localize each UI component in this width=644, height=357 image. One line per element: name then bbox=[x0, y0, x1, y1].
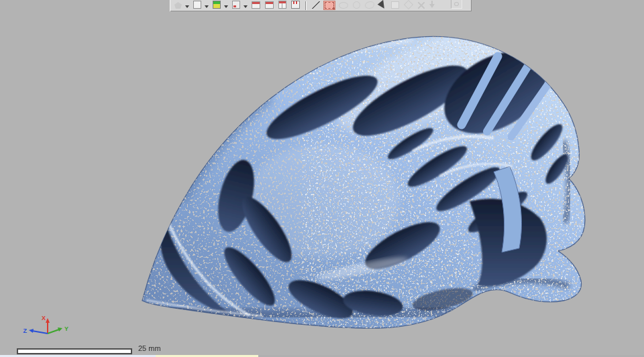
region-tool-dropdown[interactable] bbox=[244, 5, 248, 8]
3d-viewport[interactable]: X Y Z 25 mm bbox=[0, 0, 644, 357]
axis-x: X bbox=[42, 315, 50, 334]
axis-y-label: Y bbox=[64, 325, 68, 332]
shaded-box-tool-icon[interactable] bbox=[211, 0, 222, 10]
align-front-tool-icon[interactable] bbox=[250, 0, 262, 10]
axis-z: Z bbox=[23, 327, 48, 334]
clear-selection-tool-icon[interactable] bbox=[417, 1, 426, 10]
line-select-tool-icon[interactable] bbox=[311, 0, 321, 10]
align-front-tool-glyph bbox=[252, 1, 260, 9]
helmet-model[interactable] bbox=[0, 0, 644, 357]
diamond-select-tool-icon[interactable] bbox=[402, 0, 415, 10]
axis-x-label: X bbox=[42, 315, 46, 321]
circle-select-tool-glyph bbox=[353, 1, 360, 9]
box-tool-icon[interactable] bbox=[192, 0, 203, 10]
ellipse-select-tool-icon[interactable] bbox=[337, 1, 350, 10]
save-tool-icon[interactable] bbox=[290, 0, 301, 10]
region-tool-icon[interactable] bbox=[231, 0, 241, 10]
pick-tool-icon[interactable] bbox=[378, 0, 388, 10]
shaded-box-tool-dropdown[interactable] bbox=[224, 5, 228, 8]
clear-selection-tool-glyph bbox=[418, 2, 425, 9]
box-tool-glyph bbox=[193, 1, 201, 9]
region-tool-glyph bbox=[232, 1, 240, 9]
axis-triad: X Y Z bbox=[5, 314, 79, 348]
expand-selection-tool-icon[interactable] bbox=[428, 0, 437, 10]
ellipse-select-tool-glyph bbox=[339, 2, 348, 9]
scale-bar-label: 25 mm bbox=[138, 344, 161, 352]
pick-tool-glyph bbox=[378, 0, 388, 10]
polygon-tool-icon[interactable] bbox=[173, 1, 183, 10]
polygon-tool-glyph bbox=[174, 2, 182, 9]
toolbar-separator bbox=[305, 1, 307, 10]
visibility-tool-icon[interactable] bbox=[449, 0, 464, 10]
diamond-select-tool-glyph bbox=[404, 0, 413, 9]
edit-region-tool-glyph bbox=[391, 1, 399, 9]
axis-y: Y bbox=[48, 325, 68, 334]
pages-tool-icon[interactable] bbox=[277, 0, 288, 10]
align-back-tool-glyph bbox=[265, 1, 274, 9]
align-back-tool-icon[interactable] bbox=[264, 0, 275, 10]
lasso-select-tool-glyph bbox=[365, 1, 374, 9]
circle-select-tool-icon[interactable] bbox=[352, 0, 362, 10]
rectangle-select-tool-icon[interactable] bbox=[323, 1, 335, 10]
toolbar bbox=[170, 0, 472, 11]
visibility-tool-glyph bbox=[451, 0, 462, 9]
edit-region-tool-icon[interactable] bbox=[390, 0, 400, 10]
application-window: X Y Z 25 mm bbox=[0, 0, 644, 357]
scale-bar bbox=[17, 348, 132, 354]
lasso-select-tool-icon[interactable] bbox=[364, 0, 376, 10]
pages-tool-glyph bbox=[278, 1, 286, 9]
line-select-tool-glyph bbox=[312, 1, 320, 9]
box-tool-dropdown[interactable] bbox=[205, 5, 209, 8]
rectangle-select-tool-glyph bbox=[325, 2, 334, 9]
polygon-tool-dropdown[interactable] bbox=[185, 5, 189, 8]
axis-z-label: Z bbox=[23, 327, 28, 334]
expand-selection-tool-glyph bbox=[429, 1, 435, 9]
save-tool-glyph bbox=[291, 1, 300, 9]
shaded-box-tool-glyph bbox=[213, 1, 221, 9]
